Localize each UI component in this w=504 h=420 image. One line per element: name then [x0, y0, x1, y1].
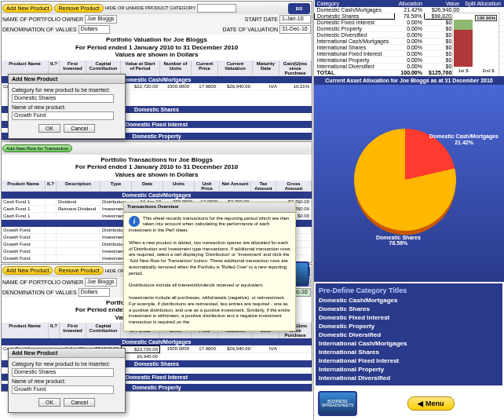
- category-item[interactable]: International Diversified: [319, 374, 499, 382]
- hide-select[interactable]: [197, 4, 236, 13]
- tooltip-overview: Transactions Overview i This sheet recor…: [123, 202, 296, 331]
- transactions-panel: Add New Row for Transaction Portfolio Tr…: [1, 141, 312, 263]
- left-column: Add New Product Remove Product HIDE OR U…: [0, 0, 314, 420]
- start-date-label: START DATE: [245, 16, 278, 22]
- dialog-cancel-button[interactable]: Cancel: [64, 124, 95, 133]
- add-new-product-button[interactable]: Add New Product: [2, 4, 53, 13]
- valuation-date-field[interactable]: 31-Dec-10: [279, 25, 311, 34]
- add-product-dialog: Add New Product Category for new product…: [8, 74, 126, 139]
- logo-icon: BS: [288, 3, 310, 14]
- pie-title: Current Asset Allocation for Joe Bloggs …: [314, 76, 504, 85]
- category-item[interactable]: Domestic Property: [319, 322, 499, 331]
- dialog-cat-label: Category for new product to be inserted:: [12, 87, 122, 93]
- tx-header: Product NameIL? DescriptionType DateUnit…: [2, 181, 312, 192]
- tooltip-title: Transactions Overview: [124, 203, 295, 213]
- category-item[interactable]: Domestic Shares: [319, 305, 499, 313]
- category-list-header: Pre-Define Category Titles: [319, 287, 499, 294]
- remove-product-button[interactable]: Remove Product: [54, 4, 103, 13]
- category-item[interactable]: International Property: [319, 365, 499, 374]
- tx-values: Values are shown in Dollars: [3, 171, 310, 179]
- tx-period: For Period ended 1 January 2010 to 31 De…: [3, 163, 310, 171]
- add-product-dialog-2: Add New Product Category for new product…: [8, 348, 126, 413]
- menu-button[interactable]: ◀ Menu: [407, 396, 454, 411]
- remove-product-button-2[interactable]: Remove Product: [54, 266, 103, 275]
- dialog-title: Add New Product: [9, 75, 125, 84]
- valuation-panel: Add New Product Remove Product HIDE OR U…: [1, 1, 312, 141]
- denom-field[interactable]: Dollars: [79, 25, 110, 34]
- pie-label-shares: Domestic Shares78.58%: [376, 235, 421, 247]
- dialog-name-input[interactable]: Growth Fund: [12, 111, 114, 120]
- category-item[interactable]: Domestic Diversified: [319, 331, 499, 339]
- category-item[interactable]: Domestic Fixed Interest: [319, 313, 499, 322]
- right-column: CategoryAllocationValueSplit Allocation …: [314, 0, 504, 420]
- toolbar: Add New Product Remove Product HIDE OR U…: [2, 2, 312, 14]
- add-row-button[interactable]: Add New Row for Transaction: [2, 144, 72, 152]
- period-title: For Period ended 1 January 2010 to 31 De…: [3, 44, 310, 52]
- info-icon: i: [129, 216, 140, 227]
- valuation-date-label: DATE OF VALUATION: [223, 27, 278, 32]
- values-title: Values are shown in Dollars: [3, 51, 310, 59]
- category-item[interactable]: International Shares: [319, 348, 499, 356]
- pie-label-cash: Domestic Cash/Mortgages21.42%: [429, 133, 499, 145]
- category-item[interactable]: International Cash/Mortgages: [319, 339, 499, 348]
- category-list: Pre-Define Category Titles Domestic Cash…: [316, 283, 502, 385]
- dialog-cat-select[interactable]: Domestic Shares: [12, 94, 114, 103]
- denom-label: DENOMINATION OF VALUES: [2, 27, 77, 32]
- hide-category-label: HIDE OR UNHIDE PRODUCT CATEGORY: [105, 5, 196, 10]
- category-item[interactable]: Domestic Cash/Mortgages: [319, 296, 499, 305]
- category-item[interactable]: International Fixed Interest: [319, 356, 499, 365]
- owner-name-label: NAME OF PORTFOLIO OWNER: [2, 16, 83, 22]
- tx-title: Portfolio Transactions for Joe Bloggs: [3, 156, 310, 164]
- add-new-product-button-2[interactable]: Add New Product: [2, 266, 53, 275]
- pie-chart-section: Current Asset Allocation for Joe Bloggs …: [314, 76, 504, 282]
- brand-badge: BUSINESS SPREADSHEETS: [318, 391, 357, 416]
- valuation-title: Portfolio Valuation for Joe Bloggs: [3, 36, 310, 44]
- owner-name-field[interactable]: Joe Bloggs: [85, 15, 117, 24]
- split-bar-chart: 100.00% 1st $ 2nd $: [452, 13, 499, 77]
- dialog-name-label: Name of new product:: [12, 104, 122, 110]
- tx-cash-band: Domestic Cash/Mortgages: [2, 192, 312, 199]
- dialog-ok-button[interactable]: OK: [38, 124, 60, 133]
- start-date-field[interactable]: 1-Jan-10: [279, 15, 311, 24]
